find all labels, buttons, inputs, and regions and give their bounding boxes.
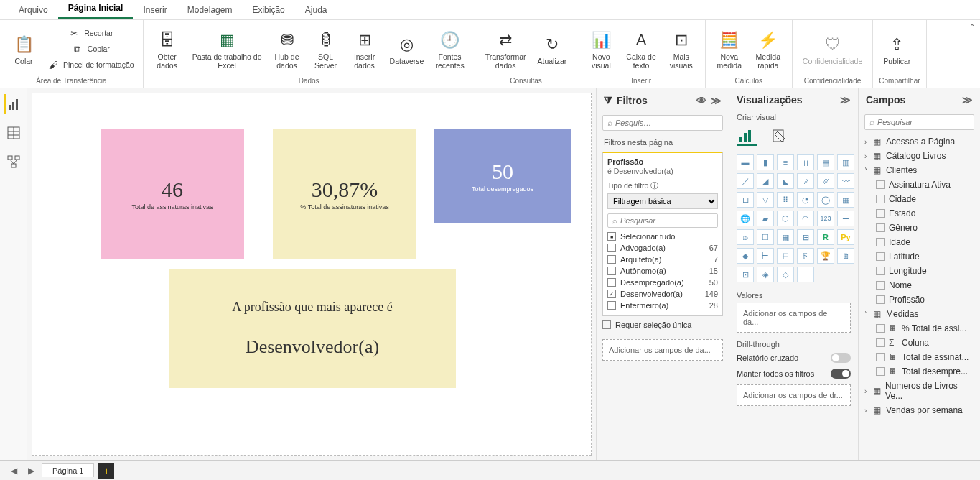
viz-kpi[interactable]: ⎄ [737,229,754,245]
viz-r[interactable]: R [817,229,834,245]
table-row[interactable]: ›▦Numeros de Livros Ve... [863,379,976,403]
enter-data-button[interactable]: ⊞Inserir dados [347,26,383,73]
filter-opt[interactable]: Desenvolvedor(a)149 [607,288,718,300]
field-row[interactable]: 🖩Total de assinat... [863,350,976,364]
collapse-filters-button[interactable]: ≫ [711,95,722,106]
viz-qa[interactable]: ⌸ [777,248,794,264]
tab-pagina-inicial[interactable]: Página Inicial [58,0,134,19]
field-row[interactable]: 🖩% Total de assi... [863,321,976,336]
fields-search[interactable]: ⌕ [864,114,974,130]
copy-button[interactable]: ⧉Copiar [45,42,137,57]
sensitivity-button[interactable]: 🛡Confidencialidade [798,30,867,69]
field-row[interactable]: Assinatura Ativa [863,177,976,192]
viz-scatter[interactable]: ⠿ [777,192,794,208]
viz-waterfall[interactable]: ⊟ [737,192,754,208]
viz-map[interactable]: 🌐 [737,211,754,226]
build-visual-tab[interactable] [737,126,757,146]
tab-modelagem[interactable]: Modelagem [177,1,243,19]
transform-data-button[interactable]: ⇄Transformar dados [481,26,531,73]
filter-opt[interactable]: Autônomo(a)15 [607,265,718,277]
add-page-filters-dropzone[interactable]: Adicionar os campos de da... [602,339,723,361]
viz-gauge[interactable]: ◠ [797,211,814,226]
tab-arquivo[interactable]: Arquivo [9,1,58,19]
cross-report-toggle[interactable] [831,353,851,363]
new-visual-button[interactable]: 📊Novo visual [583,26,619,73]
viz-shape-map[interactable]: ⬡ [777,211,794,226]
refresh-button[interactable]: ↻Atualizar [533,30,571,69]
viz-clustered-bar[interactable]: ≡ [777,154,794,170]
canvas[interactable]: 46 Total de assinaturas inativas 30,87% … [27,88,596,460]
field-row[interactable]: Gênero [863,221,976,235]
field-row[interactable]: Idade [863,235,976,249]
viz-donut[interactable]: ◯ [817,192,834,208]
quick-measure-button[interactable]: ⚡Medida rápida [750,26,786,73]
format-visual-tab[interactable] [770,126,790,146]
field-row[interactable]: 🖩Total desempre... [863,364,976,379]
viz-table[interactable]: ▦ [777,229,794,245]
viz-smart-narrative[interactable]: ⎘ [797,248,814,264]
viz-line[interactable]: ／ [737,173,754,189]
viz-decomp-tree[interactable]: ⊢ [757,248,774,264]
filter-opt[interactable]: Enfermeiro(a)28 [607,300,718,311]
viz-combo2[interactable]: ⫻ [817,173,834,189]
filters-section-more-icon[interactable]: ⋯ [714,138,722,147]
report-page[interactable]: 46 Total de assinaturas inativas 30,87% … [32,93,592,456]
table-row[interactable]: ›▦Cátalogo Livros [863,149,976,163]
recent-sources-button[interactable]: 🕘Fontes recentes [431,26,468,73]
table-row[interactable]: ›▦Vendas por semana [863,403,976,417]
next-page-button[interactable]: ▶ [24,464,37,477]
filters-search-input[interactable] [615,119,718,127]
viz-card[interactable]: 123 [817,211,834,226]
values-dropzone[interactable]: Adicionar os campos de da... [737,303,851,333]
dataverse-button[interactable]: ◎Dataverse [386,30,429,69]
info-icon[interactable]: ⓘ [650,181,658,190]
page-tab[interactable]: Página 1 [42,463,94,477]
field-row[interactable]: ΣColuna [863,336,976,350]
eye-icon[interactable]: 👁 [696,95,706,106]
card-total-desempregados[interactable]: 50 Total desempregados [434,129,571,223]
viz-goals[interactable]: 🏆 [817,248,834,264]
field-row[interactable]: Cidade [863,192,976,206]
publish-button[interactable]: ⇪Publicar [879,30,915,69]
filter-values-search-input[interactable] [620,216,720,225]
collapse-fields-button[interactable]: ≫ [962,94,973,106]
add-page-button[interactable]: + [98,463,114,479]
get-data-button[interactable]: 🗄Obter dados [149,26,185,73]
viz-stacked-area[interactable]: ◣ [777,173,794,189]
new-measure-button[interactable]: 🧮Nova medida [711,26,747,73]
viz-funnel[interactable]: ▽ [757,192,774,208]
filter-card-profissao[interactable]: Profissão é Desenvolvedor(a) Tipo de fil… [602,152,723,316]
viz-area[interactable]: ◢ [757,173,774,189]
more-visuals-button[interactable]: ⊡Mais visuais [663,26,699,73]
tab-ajuda[interactable]: Ajuda [295,1,337,19]
field-row[interactable]: Latitude [863,249,976,264]
viz-stacked-bar[interactable]: ▬ [737,154,754,170]
card-profissao-top[interactable]: A profissão que mais aparece é Desenvolv… [169,269,456,388]
text-box-button[interactable]: ACaixa de texto [622,26,660,73]
table-row[interactable]: ˅▦Medidas [863,307,976,321]
sql-button[interactable]: 🛢SQL Server [308,26,344,73]
paste-button[interactable]: 📋 Colar [6,30,42,69]
field-row[interactable]: Longitude [863,264,976,278]
require-single-selection[interactable]: Requer seleção única [602,320,723,329]
filter-opt[interactable]: Arquiteto(a)7 [607,254,718,265]
format-painter-button[interactable]: 🖌Pincel de formatação [45,58,137,73]
tab-exibicao[interactable]: Exibição [242,1,294,19]
viz-slicer[interactable]: ☐ [757,229,774,245]
viz-multi-card[interactable]: ☰ [837,211,854,226]
viz-ribbon[interactable]: 〰 [837,173,854,189]
model-view-button[interactable] [4,152,24,172]
viz-custom[interactable]: ◈ [757,267,774,282]
table-row[interactable]: ›▦Acessos a Página [863,134,976,149]
filter-values-search[interactable]: ⌕ [607,213,718,228]
viz-100-column[interactable]: ▥ [837,154,854,170]
field-row[interactable]: Estado [863,206,976,221]
viz-app[interactable]: ⊡ [737,267,754,282]
report-view-button[interactable] [4,94,24,114]
filter-opt[interactable]: Advogado(a)67 [607,242,718,254]
filters-search[interactable]: ⌕ [602,115,723,131]
viz-python[interactable]: Py [837,229,854,245]
card-total-assinaturas-inativas[interactable]: 46 Total de assinaturas inativas [101,129,244,259]
viz-pie[interactable]: ◔ [797,192,814,208]
viz-filled-map[interactable]: ▰ [757,211,774,226]
